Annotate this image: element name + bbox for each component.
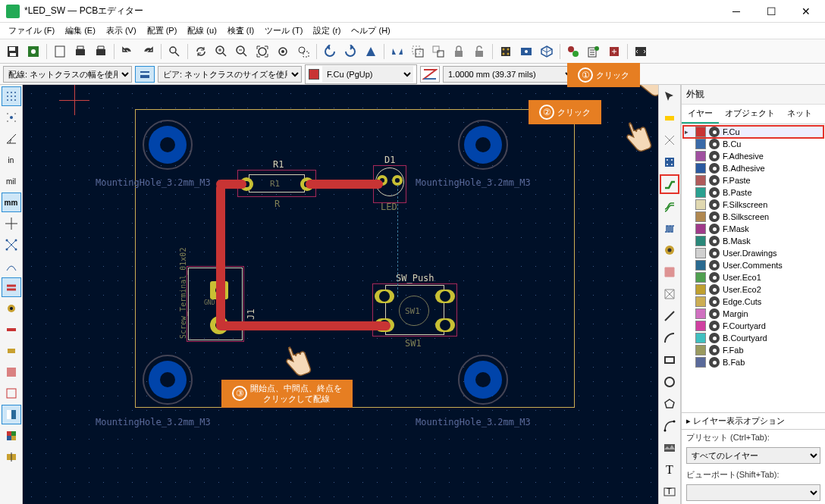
- zoom-in-icon[interactable]: [212, 42, 231, 61]
- track-outline-icon[interactable]: [2, 320, 21, 340]
- redo-icon[interactable]: [138, 42, 158, 61]
- rotate-cw-icon[interactable]: [340, 42, 360, 61]
- image-tool-icon[interactable]: [660, 438, 679, 458]
- tab-layers[interactable]: イヤー: [682, 105, 719, 124]
- layer-row-f-courtyard[interactable]: F.Courtyard: [683, 320, 823, 332]
- schematic-icon[interactable]: [604, 42, 624, 61]
- rect-tool-icon[interactable]: [660, 350, 679, 370]
- scripting-icon[interactable]: [631, 42, 651, 61]
- find-icon[interactable]: [165, 42, 184, 61]
- layer-row-user-eco1[interactable]: User.Eco1: [683, 271, 823, 283]
- layer-row-b-cu[interactable]: B.Cu: [683, 138, 823, 150]
- menu-edit[interactable]: 編集 (E): [60, 23, 101, 38]
- local-ratsnest-icon[interactable]: [660, 130, 679, 150]
- tune-length-icon[interactable]: [660, 218, 679, 238]
- close-button[interactable]: ✕: [789, 0, 823, 23]
- layer-row-b-silkscreen[interactable]: B.Silkscreen: [683, 211, 823, 223]
- layer-row-f-adhesive[interactable]: F.Adhesive: [683, 150, 823, 162]
- drc-icon[interactable]: [584, 42, 604, 61]
- ratsnest-curved-icon[interactable]: [2, 256, 21, 276]
- text-tool-icon[interactable]: T: [660, 460, 679, 480]
- board-setup-icon[interactable]: [24, 42, 43, 61]
- layer-pair-icon[interactable]: [420, 66, 440, 83]
- layer-row-f-cu[interactable]: ▸F.Cu: [683, 126, 823, 138]
- menu-settings[interactable]: 設定 (r): [308, 23, 346, 38]
- 3d-viewer-icon[interactable]: [537, 42, 557, 61]
- units-in-icon[interactable]: in: [2, 150, 21, 170]
- tab-objects[interactable]: オブジェクト: [719, 105, 781, 124]
- via-size-select[interactable]: ビア: ネットクラスのサイズを使用: [158, 66, 302, 83]
- undo-icon[interactable]: [118, 42, 137, 61]
- keepout-tool-icon[interactable]: [660, 284, 679, 304]
- layer-row-b-mask[interactable]: B.Mask: [683, 235, 823, 247]
- layer-row-f-silkscreen[interactable]: F.Silkscreen: [683, 199, 823, 211]
- lock-icon[interactable]: [449, 42, 469, 61]
- layer-row-edge-cuts[interactable]: Edge.Cuts: [683, 296, 823, 308]
- tab-nets[interactable]: ネット: [781, 105, 818, 124]
- grid-select[interactable]: 1.0000 mm (39.37 mils): [443, 66, 576, 83]
- units-mm-icon[interactable]: mm: [2, 193, 21, 212]
- grid-override-icon[interactable]: [2, 108, 21, 127]
- layer-row-user-comments[interactable]: User.Comments: [683, 259, 823, 271]
- layer-row-margin[interactable]: Margin: [683, 308, 823, 320]
- footprint-editor-icon[interactable]: [496, 42, 516, 61]
- route-track-tool-icon[interactable]: [660, 174, 679, 194]
- polygon-tool-icon[interactable]: [660, 394, 679, 414]
- via-outline-icon[interactable]: [2, 299, 21, 318]
- layer-display-options[interactable]: ▸ レイヤー表示オプション: [682, 412, 825, 429]
- layer-row-b-courtyard[interactable]: B.Courtyard: [683, 332, 823, 344]
- grid-dots-icon[interactable]: [2, 86, 21, 106]
- layer-row-b-adhesive[interactable]: B.Adhesive: [683, 162, 823, 174]
- menu-help[interactable]: ヘルプ (H): [346, 23, 395, 38]
- layer-row-b-fab[interactable]: B.Fab: [683, 356, 823, 368]
- plot-icon[interactable]: [91, 42, 111, 61]
- minimize-button[interactable]: ─: [719, 0, 754, 23]
- polar-icon[interactable]: [2, 129, 21, 149]
- units-mil-icon[interactable]: mil: [2, 171, 21, 191]
- mirror-h-icon[interactable]: [387, 42, 407, 61]
- menu-inspect[interactable]: 検査 (I): [222, 23, 259, 38]
- mirror-v-icon[interactable]: [361, 42, 381, 61]
- layer-row-user-drawings[interactable]: User.Drawings: [683, 247, 823, 259]
- viewport-select[interactable]: [686, 484, 820, 501]
- layer-row-f-mask[interactable]: F.Mask: [683, 223, 823, 235]
- zone-tool-icon[interactable]: [660, 262, 679, 282]
- print-icon[interactable]: [71, 42, 90, 61]
- select-tool-icon[interactable]: [660, 86, 679, 106]
- zoom-selection-icon[interactable]: [293, 42, 313, 61]
- maximize-button[interactable]: ☐: [754, 0, 789, 23]
- group-icon[interactable]: [408, 42, 428, 61]
- zoom-fit-icon[interactable]: [253, 42, 272, 61]
- pcb-canvas[interactable]: MountingHole_3.2mm_M3 MountingHole_3.2mm…: [23, 85, 658, 504]
- rotate-ccw-icon[interactable]: [320, 42, 340, 61]
- menu-view[interactable]: 表示 (V): [101, 23, 142, 38]
- cursor-full-icon[interactable]: [2, 214, 21, 233]
- via-tool-icon[interactable]: [660, 240, 679, 260]
- menu-file[interactable]: ファイル (F): [3, 23, 60, 38]
- update-from-schematic-icon[interactable]: [563, 42, 583, 61]
- highlight-net-icon[interactable]: [660, 108, 679, 128]
- layer-row-b-paste[interactable]: B.Paste: [683, 186, 823, 199]
- zoom-out-icon[interactable]: [232, 42, 252, 61]
- footprint-tool-icon[interactable]: [660, 152, 679, 172]
- unlock-icon[interactable]: [469, 42, 489, 61]
- zone-display-icon[interactable]: [2, 362, 21, 382]
- auto-width-toggle[interactable]: [135, 66, 155, 83]
- route-diff-pair-icon[interactable]: [660, 196, 679, 216]
- outline-mode-icon[interactable]: [2, 277, 21, 297]
- pad-outline-icon[interactable]: [2, 341, 21, 361]
- layer-row-user-eco2[interactable]: User.Eco2: [683, 283, 823, 296]
- net-color-icon[interactable]: [2, 426, 21, 446]
- flip-board-icon[interactable]: [2, 447, 21, 467]
- save-icon[interactable]: [3, 42, 23, 61]
- menu-tools[interactable]: ツール (T): [259, 23, 308, 38]
- layer-row-f-fab[interactable]: F.Fab: [683, 344, 823, 356]
- layer-list[interactable]: ▸F.CuB.CuF.AdhesiveB.AdhesiveF.PasteB.Pa…: [682, 124, 825, 412]
- bezier-tool-icon[interactable]: [660, 416, 679, 436]
- zoom-objects-icon[interactable]: [273, 42, 293, 61]
- circle-tool-icon[interactable]: [660, 372, 679, 392]
- zone-outline-icon[interactable]: [2, 383, 21, 403]
- ratsnest-toggle-icon[interactable]: [2, 235, 21, 255]
- preset-select[interactable]: すべてのレイヤー: [686, 447, 820, 464]
- page-settings-icon[interactable]: [50, 42, 70, 61]
